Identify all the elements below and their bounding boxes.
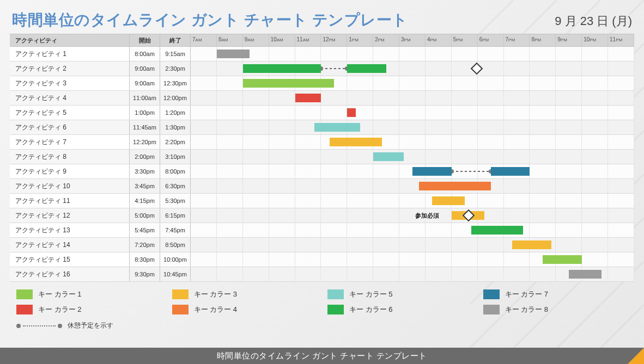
table-row: アクティビティ 103:45pm6:30pm	[10, 179, 634, 194]
legend-label: キー カラー 7	[505, 289, 548, 299]
table-row: アクティビティ 158:30pm10:00pm	[10, 252, 634, 267]
start-time: 3:45pm	[130, 179, 160, 193]
start-time: 11:00am	[130, 91, 160, 105]
activity-name: アクティビティ 7	[10, 135, 130, 149]
legend-item: キー カラー 5	[327, 289, 472, 299]
hour-column-header: 6PM	[478, 34, 504, 46]
col-header-start: 開始	[130, 34, 160, 46]
end-time: 2:30pm	[160, 61, 191, 76]
start-time: 9:00am	[130, 76, 160, 90]
gantt-bar[interactable]	[243, 79, 335, 88]
gantt-bar[interactable]	[419, 182, 491, 190]
start-time: 11:45am	[130, 120, 160, 134]
table-row: アクティビティ 51:00pm1:20pm	[10, 106, 634, 120]
gantt-bar[interactable]	[543, 255, 582, 264]
header: 時間単位のタイムライン ガント チャート テンプレート 9 月 23 日 (月)	[10, 10, 634, 34]
legend-item: キー カラー 2	[16, 305, 161, 314]
table-header: アクティビティ 開始 終了 7AM8AM9AM10AM11AM12PM1PM2P…	[10, 34, 634, 47]
end-time: 7:45pm	[160, 223, 191, 237]
end-time: 5:30pm	[160, 194, 191, 208]
gantt-bar[interactable]	[569, 270, 602, 279]
start-time: 3:30pm	[130, 164, 160, 178]
start-time: 1:00pm	[130, 106, 160, 120]
hour-column-header: 9AM	[243, 34, 269, 46]
table-row: アクティビティ 82:00pm3:10pm	[10, 150, 634, 164]
gantt-bar[interactable]	[243, 64, 321, 73]
activity-name: アクティビティ 12	[10, 208, 130, 223]
hour-column-header: 4PM	[426, 34, 452, 46]
start-time: 8:30pm	[130, 252, 160, 267]
legend-label: キー カラー 4	[194, 305, 237, 314]
gantt-bar[interactable]	[491, 167, 530, 176]
gantt-bar[interactable]	[432, 196, 465, 205]
table-row: アクティビティ 611:45am1:30pm	[10, 120, 634, 135]
hour-column-header: 7AM	[191, 34, 217, 46]
start-time: 8:00am	[130, 47, 160, 61]
legend-swatch	[172, 305, 189, 314]
legend-swatch	[483, 305, 500, 314]
table-row: アクティビティ 147:20pm8:50pm	[10, 238, 634, 252]
start-time: 7:20pm	[130, 238, 160, 252]
table-row: アクティビティ 712:20pm2:20pm	[10, 135, 634, 150]
gantt-bar[interactable]	[314, 123, 360, 132]
hour-column-header: 11AM	[295, 34, 321, 46]
end-time: 2:20pm	[160, 135, 191, 149]
page-title: 時間単位のタイムライン ガント チャート テンプレート	[12, 10, 408, 30]
gantt-bar[interactable]	[471, 226, 524, 235]
gantt-bar[interactable]	[217, 50, 250, 58]
hour-column-header: 3PM	[399, 34, 426, 46]
legend-swatch	[327, 289, 344, 299]
gantt-bar[interactable]	[373, 152, 404, 161]
table-row: アクティビティ 125:00pm6:15pm参加必須	[10, 208, 634, 223]
break-indicator	[452, 171, 491, 172]
col-header-activity: アクティビティ	[10, 34, 130, 46]
legend-item: キー カラー 4	[172, 305, 317, 314]
legend-swatch	[327, 305, 344, 314]
legend-break-label: 休憩予定を示す	[68, 321, 113, 330]
end-time: 10:45pm	[160, 267, 191, 281]
gantt-bar[interactable]	[295, 94, 321, 102]
gantt-bar[interactable]	[512, 240, 551, 249]
activity-name: アクティビティ 14	[10, 238, 130, 252]
break-dot-icon	[58, 324, 62, 328]
table-row: アクティビティ 135:45pm7:45pm	[10, 223, 634, 238]
hour-column-header: 2PM	[373, 34, 399, 46]
start-time: 12:20pm	[130, 135, 160, 149]
table-row: アクティビティ 114:15pm5:30pm	[10, 194, 634, 208]
activity-name: アクティビティ 8	[10, 150, 130, 164]
legend-swatch	[16, 305, 33, 314]
activity-name: アクティビティ 9	[10, 164, 130, 178]
hour-column-header: 12PM	[321, 34, 347, 46]
gantt-bar[interactable]	[412, 167, 452, 176]
hour-column-header: 10AM	[269, 34, 295, 46]
milestone-icon[interactable]	[470, 63, 483, 75]
end-time: 8:50pm	[160, 238, 191, 252]
activity-name: アクティビティ 15	[10, 252, 130, 267]
gantt-bar[interactable]	[347, 64, 386, 73]
table-row: アクティビティ 29:00am2:30pm	[10, 61, 634, 76]
hour-column-header: 8PM	[530, 34, 556, 46]
footer-title: 時間単位のタイムライン ガント チャート テンプレート	[217, 351, 427, 361]
legend-label: キー カラー 1	[38, 289, 81, 299]
gantt-bar[interactable]	[330, 138, 382, 146]
legend-label: キー カラー 3	[194, 289, 237, 299]
gantt-chart: アクティビティ 開始 終了 7AM8AM9AM10AM11AM12PM1PM2P…	[10, 34, 634, 282]
gantt-bar[interactable]	[347, 108, 356, 117]
table-row: アクティビティ 411:00am12:00pm	[10, 91, 634, 106]
hour-column-header: 10PM	[582, 34, 608, 46]
hour-column-header: 5PM	[452, 34, 478, 46]
activity-name: アクティビティ 16	[10, 267, 130, 281]
legend-label: キー カラー 5	[349, 289, 392, 299]
legend-item: キー カラー 3	[172, 289, 317, 299]
end-time: 8:00pm	[160, 164, 191, 178]
footer-bar: 時間単位のタイムライン ガント チャート テンプレート	[0, 348, 644, 364]
legend-label: キー カラー 2	[38, 305, 81, 314]
legend-swatch	[483, 289, 500, 299]
table-row: アクティビティ 18:00am9:15am	[10, 47, 634, 61]
legend-item: キー カラー 1	[16, 289, 161, 299]
end-time: 3:10pm	[160, 150, 191, 164]
activity-name: アクティビティ 2	[10, 61, 130, 76]
activity-name: アクティビティ 1	[10, 47, 130, 61]
end-time: 6:30pm	[160, 179, 191, 193]
table-row: アクティビティ 39:00am12:30pm	[10, 76, 634, 91]
